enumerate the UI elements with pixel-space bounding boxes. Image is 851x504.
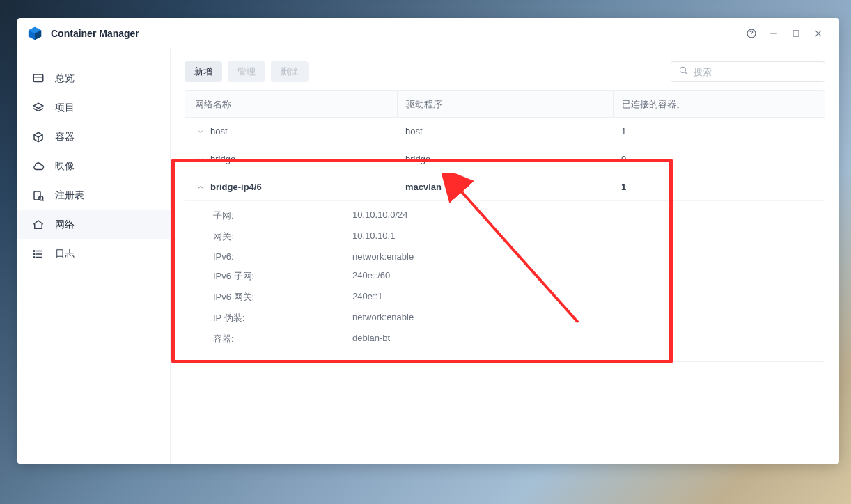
detail-subnet-label: 子网: xyxy=(213,210,352,222)
network-table: 网络名称 驱动程序 已连接的容器。 host host 1 bridge xyxy=(185,90,825,362)
col-header-connected[interactable]: 已连接的容器。 xyxy=(613,91,825,117)
close-button[interactable] xyxy=(807,22,829,45)
minimize-button[interactable] xyxy=(763,22,785,45)
sidebar-item-label: 日志 xyxy=(55,248,75,260)
list-icon xyxy=(31,247,45,261)
detail-ipv6-value: network:enable xyxy=(352,251,414,262)
sidebar-item-label: 映像 xyxy=(55,160,75,173)
layers-icon xyxy=(31,101,45,115)
add-button[interactable]: 新增 xyxy=(185,61,222,82)
chevron-down-icon[interactable] xyxy=(195,126,206,137)
svg-line-26 xyxy=(685,72,687,74)
detail-ipv6-subnet-value: 240e::/60 xyxy=(352,270,390,283)
table-row[interactable]: bridge-ip4/6 macvlan 1 xyxy=(185,173,825,201)
svg-line-14 xyxy=(38,135,42,137)
detail-gateway-label: 网关: xyxy=(213,230,352,243)
cell-driver: host xyxy=(397,126,613,136)
search-box[interactable] xyxy=(671,61,825,82)
cell-connected: 1 xyxy=(613,182,825,192)
window-title: Container Manager xyxy=(51,28,139,39)
svg-line-13 xyxy=(34,135,38,137)
delete-button[interactable]: 删除 xyxy=(271,61,309,82)
cell-name: bridge xyxy=(210,154,235,164)
svg-point-22 xyxy=(33,251,35,252)
sidebar-item-container[interactable]: 容器 xyxy=(17,123,170,152)
toolbar: 新增 管理 删除 xyxy=(185,61,825,82)
sidebar-item-image[interactable]: 映像 xyxy=(17,152,170,181)
cell-driver: macvlan xyxy=(397,182,613,192)
sidebar-item-project[interactable]: 项目 xyxy=(17,93,170,123)
app-logo-icon xyxy=(27,26,42,41)
cell-name: bridge-ip4/6 xyxy=(210,182,262,192)
sidebar-item-label: 总览 xyxy=(55,72,75,85)
manage-button[interactable]: 管理 xyxy=(228,61,265,82)
table-row[interactable]: bridge bridge 0 xyxy=(185,145,825,173)
registry-icon xyxy=(31,189,45,203)
sidebar-item-registry[interactable]: 注册表 xyxy=(17,181,170,210)
sidebar-item-network[interactable]: 网络 xyxy=(17,210,170,239)
cell-name: host xyxy=(210,126,228,136)
detail-container-label: 容器: xyxy=(213,333,352,345)
maximize-button[interactable] xyxy=(785,22,807,45)
main-content: 新增 管理 删除 网络名称 驱动程序 已连接的容器。 xyxy=(171,49,839,464)
detail-ip-masq-value: network:enable xyxy=(352,312,414,324)
cube-icon xyxy=(31,130,45,144)
cell-driver: bridge xyxy=(397,154,613,164)
detail-ipv6-gateway-label: IPv6 网关: xyxy=(213,291,352,304)
svg-rect-6 xyxy=(793,30,799,36)
search-input[interactable] xyxy=(694,67,818,77)
svg-line-18 xyxy=(42,200,44,201)
sidebar-item-log[interactable]: 日志 xyxy=(17,239,170,269)
detail-ipv6-subnet-label: IPv6 子网: xyxy=(213,270,352,283)
cloud-icon xyxy=(31,159,45,173)
sidebar: 总览 项目 容器 映像 xyxy=(17,49,171,464)
table-header: 网络名称 驱动程序 已连接的容器。 xyxy=(185,91,825,118)
sidebar-item-label: 容器 xyxy=(55,131,75,143)
table-row[interactable]: host host 1 xyxy=(185,118,825,145)
detail-ipv6-gateway-value: 240e::1 xyxy=(352,291,382,304)
detail-ipv6-label: IPv6: xyxy=(213,251,352,262)
detail-subnet-value: 10.10.10.0/24 xyxy=(352,210,408,222)
svg-point-4 xyxy=(751,35,751,36)
col-header-driver[interactable]: 驱动程序 xyxy=(397,91,613,117)
row-details: 子网:10.10.10.0/24 网关:10.10.10.1 IPv6:netw… xyxy=(185,201,825,361)
chevron-up-icon[interactable] xyxy=(195,182,206,193)
sidebar-item-label: 网络 xyxy=(55,219,75,231)
cell-connected: 0 xyxy=(613,154,825,164)
col-header-name[interactable]: 网络名称 xyxy=(185,98,397,111)
search-icon xyxy=(678,65,688,78)
network-icon xyxy=(31,218,45,232)
sidebar-item-label: 项目 xyxy=(55,102,75,114)
help-button[interactable] xyxy=(740,22,763,45)
chevron-down-icon[interactable] xyxy=(195,154,206,165)
svg-point-23 xyxy=(33,253,35,255)
detail-gateway-value: 10.10.10.1 xyxy=(352,230,395,243)
detail-container-value: debian-bt xyxy=(352,333,390,345)
svg-rect-9 xyxy=(33,74,43,82)
cell-connected: 1 xyxy=(613,126,825,136)
svg-rect-16 xyxy=(34,191,40,200)
svg-point-24 xyxy=(33,257,35,258)
sidebar-item-overview[interactable]: 总览 xyxy=(17,64,170,93)
titlebar: Container Manager xyxy=(17,18,839,49)
app-window: Container Manager 总览 xyxy=(17,18,839,464)
detail-ip-masq-label: IP 伪装: xyxy=(213,312,352,324)
svg-point-25 xyxy=(680,67,685,72)
svg-marker-11 xyxy=(33,103,43,109)
sidebar-item-label: 注册表 xyxy=(55,189,84,202)
dashboard-icon xyxy=(31,72,45,86)
